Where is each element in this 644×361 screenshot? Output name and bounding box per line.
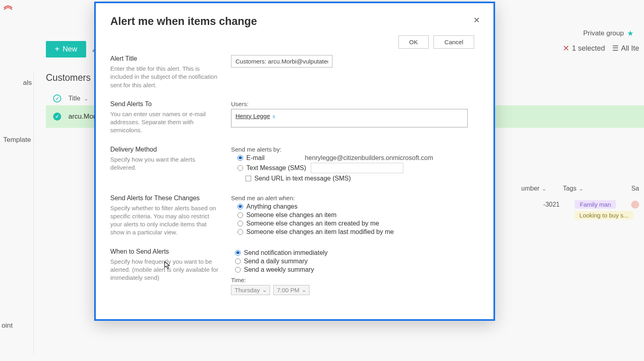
- section-description: Enter the title for this alert. This is …: [110, 65, 221, 89]
- sms-number-input[interactable]: [311, 163, 403, 173]
- col-tags[interactable]: Tags: [563, 185, 615, 192]
- delivery-sms-radio[interactable]: [237, 165, 243, 171]
- day-select[interactable]: Thursday: [231, 285, 270, 295]
- section-description: Specify how you want the alerts delivere…: [110, 156, 221, 172]
- send-by-label: Send me alerts by:: [231, 146, 475, 153]
- freq-immediate-radio[interactable]: [235, 250, 241, 256]
- plus-icon: +: [55, 45, 60, 54]
- selected-count: 1 selected: [572, 44, 605, 53]
- change-else-radio[interactable]: [237, 212, 243, 218]
- top-right-controls: ✕ 1 selected ☰ All Ite: [563, 43, 639, 53]
- change-modified-label: Someone else changes an item last modifi…: [246, 228, 394, 236]
- alert-title-input[interactable]: [231, 55, 332, 68]
- users-label: Users:: [231, 101, 475, 107]
- group-privacy: Private group: [583, 29, 634, 38]
- new-button-label: New: [63, 45, 77, 53]
- list-title: Customers: [46, 72, 91, 83]
- section-heading: Alert Title: [110, 55, 221, 62]
- user-chip[interactable]: Henry Legge: [235, 113, 270, 119]
- send-url-label: Send URL in text message (SMS): [254, 175, 351, 182]
- send-url-checkbox[interactable]: [246, 176, 251, 181]
- star-filled-icon[interactable]: [627, 29, 634, 38]
- freq-weekly-label: Send a weekly summary: [244, 266, 314, 273]
- clear-selection[interactable]: ✕ 1 selected: [563, 43, 605, 53]
- section-description: You can enter user names or e-mail addre…: [110, 110, 221, 135]
- hour-select[interactable]: 7:00 PM: [273, 285, 310, 295]
- view-switcher[interactable]: ☰ All Ite: [612, 44, 639, 53]
- freq-daily-label: Send a daily summary: [244, 258, 308, 265]
- change-modified-radio[interactable]: [237, 229, 243, 235]
- change-created-radio[interactable]: [237, 221, 243, 226]
- row-selected-icon[interactable]: ✓: [53, 113, 61, 121]
- section-changes: Send Alerts for These Changes Specify wh…: [110, 195, 475, 237]
- section-heading: Send Alerts To: [110, 101, 221, 108]
- avatar-icon: [631, 201, 639, 209]
- section-description: Specify whether to filter alerts based o…: [110, 204, 221, 237]
- tag-pill: Family man: [575, 200, 616, 209]
- alert-dialog: Alert me when items change ✕ OK Cancel A…: [94, 2, 495, 321]
- delivery-email-value: henrylegge@citizenbuilders.onmicrosoft.c…: [305, 154, 433, 162]
- left-nav: als Template: [0, 72, 34, 354]
- close-button[interactable]: ✕: [472, 15, 481, 25]
- close-icon: ✕: [563, 43, 570, 53]
- users-people-picker[interactable]: Henry Legge x: [231, 109, 468, 127]
- section-heading: When to Send Alerts: [110, 248, 221, 255]
- list-title-row: Customers: [46, 72, 101, 83]
- tag-pill: Looking to buy s...: [575, 211, 634, 219]
- section-send-to: Send Alerts To You can enter user names …: [110, 101, 475, 135]
- section-when: When to Send Alerts Specify how frequent…: [110, 248, 475, 295]
- col-title[interactable]: Title: [68, 95, 80, 102]
- remove-user-icon[interactable]: x: [272, 113, 275, 119]
- row-number: -3021: [543, 201, 560, 208]
- freq-immediate-label: Send notification immediately: [244, 249, 328, 256]
- cancel-button[interactable]: Cancel: [433, 35, 474, 49]
- new-button[interactable]: + New: [46, 41, 86, 57]
- section-alert-title: Alert Title Enter the title for this ale…: [110, 55, 475, 89]
- sidebar-item[interactable]: Template: [2, 133, 33, 146]
- select-all-checkbox-icon[interactable]: [53, 94, 61, 103]
- section-heading: Send Alerts for These Changes: [110, 195, 221, 202]
- col-last[interactable]: Sa: [631, 185, 639, 192]
- alert-when-label: Send me an alert when:: [231, 195, 475, 201]
- change-anything-label: Anything changes: [246, 203, 297, 210]
- sidebar-item[interactable]: als: [2, 76, 33, 89]
- delivery-sms-label: Text Message (SMS): [246, 164, 306, 172]
- sidebar-footer[interactable]: oint: [2, 322, 12, 330]
- close-icon: ✕: [473, 15, 480, 25]
- change-else-label: Someone else changes an item: [246, 211, 336, 219]
- change-anything-radio[interactable]: [237, 204, 243, 209]
- private-group-label: Private group: [583, 29, 624, 37]
- change-created-label: Someone else changes an item created by …: [246, 220, 379, 227]
- section-delivery: Delivery Method Specify how you want the…: [110, 146, 475, 183]
- section-heading: Delivery Method: [110, 146, 221, 153]
- section-description: Specify how frequently you want to be al…: [110, 258, 221, 282]
- chevron-down-icon: [541, 185, 547, 192]
- time-label: Time:: [231, 277, 475, 283]
- app-logo-icon: [3, 3, 13, 11]
- delivery-email-label: E-mail: [246, 154, 264, 162]
- list-icon: ☰: [612, 44, 619, 53]
- dialog-body[interactable]: OK Cancel Alert Title Enter the title fo…: [100, 34, 479, 307]
- col-number[interactable]: umber: [521, 185, 547, 192]
- dialog-title: Alert me when items change: [110, 15, 257, 28]
- freq-daily-radio[interactable]: [235, 258, 241, 264]
- ok-button[interactable]: OK: [398, 35, 429, 49]
- delivery-email-radio[interactable]: [237, 155, 243, 161]
- freq-weekly-radio[interactable]: [235, 267, 241, 273]
- chevron-down-icon[interactable]: [83, 95, 89, 102]
- view-label: All Ite: [621, 44, 639, 53]
- chevron-down-icon: [578, 185, 584, 192]
